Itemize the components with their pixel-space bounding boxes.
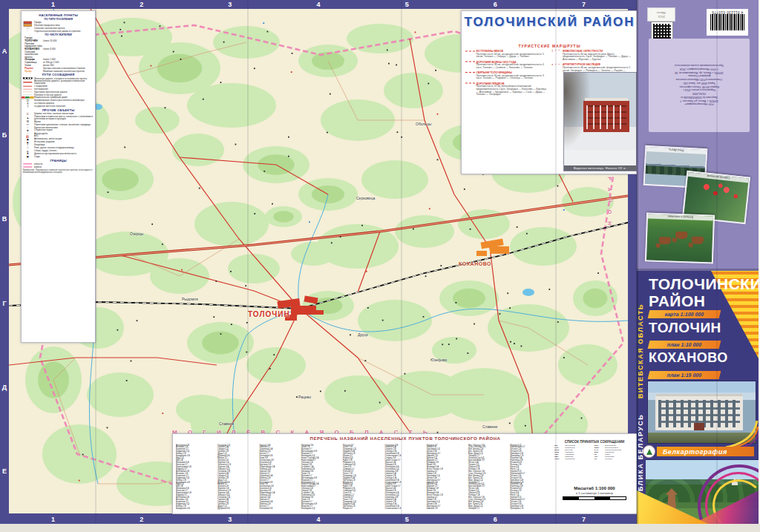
cover-town-tolochin: ТОЛОЧИН: [649, 320, 721, 336]
index-column: Нов. Обольцы 5-БСтар. Обольцы 5-БМал. Бе…: [468, 444, 508, 509]
index-column: Серковица 3-ВСлавени 5-АСлавное 2-ЕСлобо…: [384, 444, 425, 509]
index-column: Голошево 2-ДГорново 3-АГородок 4-ДГралев…: [217, 444, 258, 509]
route-line-icon: [465, 62, 475, 62]
map-place-label: Обольцы: [416, 122, 431, 126]
grid-row-label: В: [2, 215, 7, 223]
abbreviations-list: агр.агрогородокБол.Большой(ая)б-кабиблио…: [554, 444, 635, 460]
tourist-route: ДОРОГАМИ ПРЕДКОВПротяженность 52 км, вел…: [465, 82, 548, 95]
back-photo-deer-caption: Вольер с оленями: [648, 214, 713, 220]
fold-crease-main: [636, 0, 638, 524]
grid-column-label: 2: [140, 1, 143, 8]
index-columns: Аленовичи 4-ВАнтовиль 2-ББагриново 5-ГБа…: [176, 444, 551, 509]
grid-row-label: Г: [2, 300, 6, 307]
legend-population-item: Сельские населённые пункты: [24, 50, 94, 58]
grid-row-label: Е: [2, 467, 7, 475]
fold-crease: [716, 0, 718, 524]
cover-title-line2: РАЙОН: [649, 292, 705, 310]
legend-other-item: ▣Автовокзалы, автостанции: [22, 138, 94, 140]
legend-population-item: ТОЛОЧИНболее 10 000: [24, 39, 94, 42]
grid-column-label: 7: [582, 516, 586, 523]
legend-other-items: ⛪Церкви, костёлы, часовни, монастыри▲Пам…: [22, 113, 94, 158]
map-place-label: Рацево: [298, 395, 311, 399]
mill-building: [583, 101, 629, 132]
grid-column-label: 2: [140, 516, 143, 523]
legend-item: Автомобильные дороги с усовершенствованн…: [22, 80, 94, 85]
barcode-bars: [710, 14, 744, 30]
title-panel: ТОЛОЧИНСКИЙ РАЙОН ТУРИСТСКИЕ МАРШРУТЫ ИЗ…: [461, 10, 638, 174]
index-column: Заречье 3-ВЗвенячи 4-ГЗубревичи 5-АКамен…: [260, 444, 300, 509]
fold-crease: [95, 0, 96, 524]
cover-scale-strip-3: план 1:15 000: [648, 371, 721, 379]
legend-population-item: Озерцыболее 1 000: [24, 58, 94, 60]
cover-title-line1: ТОЛОЧИНСКИЙ: [649, 275, 759, 293]
tourist-route: СВЯТЫНИ ТОЛОЧИНЩИНЫПротяженность 30 км, …: [465, 71, 548, 79]
tourist-route: • • • •ЖИВОПИСНЫЕ ОКРЕСТНОСТИПротяженнос…: [552, 50, 635, 61]
grid-row-label: Д: [2, 384, 7, 391]
index-column: Плоское 3-ГПогост 5-ЕПожарище 2-ДПрудины…: [343, 444, 383, 509]
map-place-label: Озерцы: [130, 231, 143, 236]
map-place-label: Друцк: [358, 332, 368, 337]
grid-row-label: Б: [2, 131, 7, 139]
legend-border-items: областирайона: [22, 162, 94, 168]
mill-photo-caption: Водяная мельница. Начало XX в.: [564, 165, 636, 171]
tourist-routes-title: ТУРИСТСКИЕ МАРШРУТЫ: [462, 44, 638, 48]
legend-panel: НАСЕЛЕННЫЕ ПУНКТЫ ПО ТИПУ ПОСЕЛЕНИЯ Горо…: [21, 10, 96, 343]
swoosh-decor: [724, 419, 759, 449]
legend-population-item: ХуторНежилые названия населённых пунктов: [24, 70, 94, 72]
legend-other-item: ≈Реки, ручьи, каналы и водохранилища: [22, 147, 94, 149]
tourist-route: ИЗ ГЛУБИНЫ ВЕКОВПротяженность 44 км, экс…: [465, 50, 548, 58]
map-place-label: ТОЛОЧИН: [248, 310, 290, 318]
grid-rows-left: АБВГДЕ: [0, 9, 9, 513]
index-column: Аленовичи 4-ВАнтовиль 2-ББагриново 5-ГБа…: [176, 444, 216, 509]
legend-population-item: КОХАНОВОболее 4 000: [24, 47, 94, 50]
abbreviation-item: ур.урочище: [594, 458, 635, 460]
settlement-index-panel: ПЕРЕЧЕНЬ НАЗВАНИЙ НАСЕЛЕННЫХ ПУНКТОВ ТОЛ…: [172, 433, 638, 514]
map-title: ТОЛОЧИНСКИЙ РАЙОН: [462, 15, 638, 30]
legend-population-item: Города: [24, 36, 94, 39]
route-line-icon: [465, 72, 475, 73]
grid-column-label: 1: [51, 516, 55, 523]
legend-subsection-population: ПО ЧИСЛУ ЖИТЕЛЕЙ: [22, 33, 94, 36]
back-cover-flap: Минск2013 4 811230 010779 РУП «Белкартог…: [637, 0, 759, 271]
publisher-emblem-icon: [643, 445, 655, 458]
legend-item: · ·Отдельно расположенные дворы и строен…: [22, 30, 94, 32]
legend-population-items: ГородаТОЛОЧИНболее 10 000Посёлки городск…: [22, 36, 94, 72]
grid-column-label: 6: [494, 1, 497, 8]
index-column: Харчицы 4-ГХолмы 2-ВХраповичи 5-ДЦотово …: [427, 444, 467, 509]
legend-other-item: ❀Древесно-кустарниковая растительность: [22, 153, 94, 155]
grid-column-label: 4: [316, 1, 320, 8]
legend-road-items: Железные дороги, станции и остановочные …: [22, 77, 94, 108]
page-margin-bottom: [0, 524, 760, 532]
tourist-route: ДОРОГАМИ ВОЙНЫ 1812 ГОДАПротяженность 38…: [465, 60, 548, 68]
map-place-label: Славное: [219, 421, 234, 426]
grid-column-label: 7: [582, 1, 586, 8]
route-line-icon: [465, 50, 475, 51]
legend-subsection-type: ПО ТИПУ ПОСЕЛЕНИЯ: [22, 18, 94, 21]
legend-other-item: ⌂Агроусадьбы: [22, 132, 94, 134]
grid-column-label: 1: [51, 1, 55, 8]
fold-crease: [247, 0, 249, 524]
abbreviations-title: СПИСОК ПРИНЯТЫХ СОКРАЩЕНИЙ: [554, 440, 635, 444]
legend-item: 12Километровые знаки и расстояния в кило…: [22, 99, 94, 102]
map-place-label: Серковица: [356, 196, 375, 200]
legend-border-item: области: [22, 162, 94, 165]
grid-column-label: 5: [405, 516, 409, 523]
route-line-icon: • • • •: [552, 63, 562, 65]
publisher-sticker: Минск2013: [647, 7, 675, 22]
route-line-icon: • • • •: [552, 50, 562, 52]
legend-section-transport: ПУТИ СООБЩЕНИЯ: [22, 73, 94, 77]
index-column: Перевоз 3-ДПереволочня 5-ГПесочня 2-БПот…: [510, 444, 550, 509]
legend-population-item: РацевоЦентры сельских и поселкового Сове…: [24, 67, 94, 69]
abbreviation-item: Стар.Старый(ая): [554, 458, 594, 460]
grid-column-label: 3: [228, 1, 232, 8]
legend-population-item: Посёлки городского типа: [24, 42, 94, 47]
legend-population-item: Серковицаот 300 до 1 000: [24, 61, 94, 63]
map-place-label: КОХАНОВО: [459, 261, 491, 266]
scale-title: Масштаб 1:100 000: [554, 486, 635, 490]
grid-column-label: 6: [494, 516, 497, 523]
route-line-icon: [465, 83, 475, 84]
grid-row-label: А: [2, 47, 7, 55]
grid-column-label: 5: [405, 1, 409, 8]
grid-column-label: 4: [316, 516, 320, 523]
legend-type-items: ГородаПосёлки городского типа⌂⌂Сельские …: [22, 22, 94, 33]
